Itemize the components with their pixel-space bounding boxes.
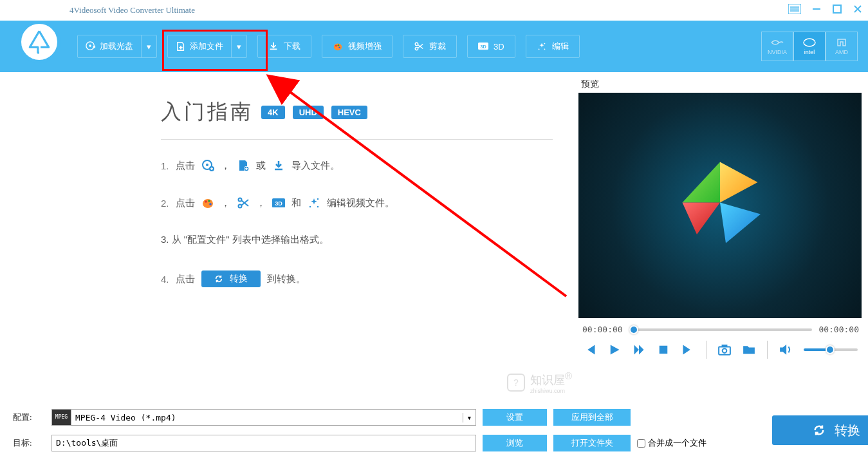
enhance-button[interactable]: 视频增强 — [322, 35, 392, 58]
settings-button[interactable]: 设置 — [483, 409, 547, 426]
refresh-icon — [214, 274, 223, 283]
download-label: 下载 — [284, 41, 300, 52]
time-total: 00:00:00 — [818, 325, 859, 334]
tech-badges: NVIDIA intel AMD — [761, 32, 858, 61]
step4-tail: 到转换。 — [267, 273, 306, 285]
browse-button[interactable]: 浏览 — [483, 435, 547, 451]
merge-label: 合并成一个文件 — [648, 437, 706, 449]
download-icon-inline — [272, 159, 285, 172]
nvidia-icon — [770, 37, 784, 48]
preview-label: 预览 — [578, 79, 863, 90]
badge-4k: 4K — [261, 106, 285, 119]
convert-label: 转换 — [835, 422, 860, 439]
convert-button[interactable]: 转换 — [772, 415, 868, 445]
step2-text-a: 点击 — [176, 197, 195, 209]
file-add-icon — [176, 41, 186, 52]
svg-point-26 — [544, 49, 545, 50]
chevron-down-icon[interactable]: ▾ — [463, 413, 476, 422]
menu-icon[interactable] — [788, 4, 801, 17]
step2-sep2: ， — [256, 197, 266, 209]
merge-checkbox-label[interactable]: 合并成一个文件 — [637, 437, 766, 449]
separator-1 — [706, 341, 706, 359]
svg-point-15 — [335, 45, 337, 47]
bottom-bar: 配置: MPEG MPEG-4 Video (*.mp4) ▾ 设置 应用到全部… — [0, 401, 868, 460]
download-icon — [268, 41, 279, 52]
volume-slider[interactable] — [804, 348, 858, 351]
svg-point-41 — [209, 203, 212, 205]
refresh-icon — [813, 424, 826, 437]
svg-marker-51 — [720, 162, 758, 203]
apply-all-button[interactable]: 应用到全部 — [553, 409, 631, 426]
svg-point-39 — [205, 200, 207, 203]
time-current: 00:00:00 — [582, 325, 623, 334]
close-icon[interactable] — [853, 4, 863, 17]
snapshot-button[interactable] — [718, 343, 731, 356]
app-title: 4Videosoft Video Converter Ultimate — [69, 5, 195, 15]
maximize-icon[interactable] — [832, 4, 842, 17]
load-disc-label: 加载光盘 — [100, 41, 133, 52]
scrub-thumb[interactable] — [629, 325, 638, 334]
scrub-row: 00:00:00 00:00:00 — [578, 318, 863, 341]
amd-label: AMD — [835, 49, 848, 55]
svg-marker-53 — [720, 203, 761, 243]
merge-checkbox[interactable] — [637, 439, 645, 448]
svg-rect-58 — [722, 345, 728, 346]
open-folder-button-bottom[interactable]: 打开文件夹 — [553, 435, 631, 451]
svg-rect-55 — [660, 346, 668, 354]
intel-badge: intel — [793, 32, 826, 61]
profile-value: MPEG-4 Video (*.mp4) — [71, 413, 463, 422]
dest-label: 目标: — [13, 437, 45, 449]
nvidia-badge: NVIDIA — [761, 32, 793, 61]
magic-icon — [537, 41, 547, 52]
svg-rect-5 — [833, 5, 841, 13]
minimize-icon[interactable] — [811, 4, 822, 17]
volume-icon[interactable] — [779, 343, 792, 356]
load-disc-dropdown[interactable]: ▾ — [141, 35, 156, 57]
profile-select[interactable]: MPEG MPEG-4 Video (*.mp4) ▾ — [51, 409, 476, 426]
svg-line-21 — [418, 44, 423, 48]
badge-uhd: UHD — [293, 106, 324, 119]
svg-point-14 — [334, 44, 342, 51]
guide-divider — [161, 139, 553, 140]
guide-step-4: 4. 点击 转换 到转换。 — [161, 270, 553, 287]
svg-point-50 — [317, 206, 318, 207]
trim-button[interactable]: 剪裁 — [403, 35, 457, 58]
add-file-dropdown[interactable]: ▾ — [231, 35, 246, 57]
step1-or: 或 — [256, 160, 266, 172]
watermark-cn: 知识屋 — [530, 374, 565, 386]
guide-panel: 入门指南 4K UHD HEVC 1. 点击 ， 或 导入文件。 2. 点击 ，… — [0, 72, 578, 401]
load-disc-button[interactable]: 加载光盘 ▾ — [77, 35, 157, 58]
step4-convert-label: 转换 — [230, 273, 248, 285]
add-file-button[interactable]: 添加文件 ▾ — [167, 35, 247, 58]
svg-point-30 — [206, 164, 208, 166]
profile-label: 配置: — [13, 412, 45, 423]
edit-button[interactable]: 编辑 — [526, 35, 580, 58]
step3-text: 3. 从 "配置文件" 列表中选择输出格式。 — [161, 234, 329, 246]
three-d-icon-inline: 3D — [272, 196, 285, 209]
step1-tail: 导入文件。 — [291, 160, 340, 172]
guide-step-2: 2. 点击 ， ， 3D 和 编辑视频文件。 — [161, 196, 553, 209]
three-d-label: 3D — [494, 42, 504, 52]
three-d-button[interactable]: 3D 3D — [467, 35, 515, 58]
file-add-icon-inline — [237, 159, 250, 172]
convert-pill-inline: 转换 — [201, 270, 261, 287]
scrub-track[interactable] — [629, 328, 813, 331]
play-button[interactable] — [608, 343, 621, 356]
preview-video[interactable] — [578, 93, 862, 318]
separator-2 — [767, 341, 768, 359]
download-button[interactable]: 下载 — [257, 35, 311, 58]
disc-icon — [86, 41, 96, 52]
prev-button[interactable] — [584, 343, 596, 356]
stop-button[interactable] — [657, 343, 670, 356]
volume-thumb[interactable] — [826, 345, 835, 354]
app-logo — [18, 21, 60, 63]
step2-tail: 编辑视频文件。 — [327, 197, 394, 209]
open-folder-button[interactable] — [743, 343, 755, 356]
svg-point-57 — [723, 348, 727, 353]
next-button[interactable] — [681, 343, 694, 356]
intel-icon — [802, 37, 817, 48]
fast-forward-button[interactable] — [633, 343, 645, 356]
guide-title: 入门指南 — [161, 98, 254, 126]
nvidia-label: NVIDIA — [768, 49, 787, 55]
dest-input[interactable] — [51, 435, 476, 451]
